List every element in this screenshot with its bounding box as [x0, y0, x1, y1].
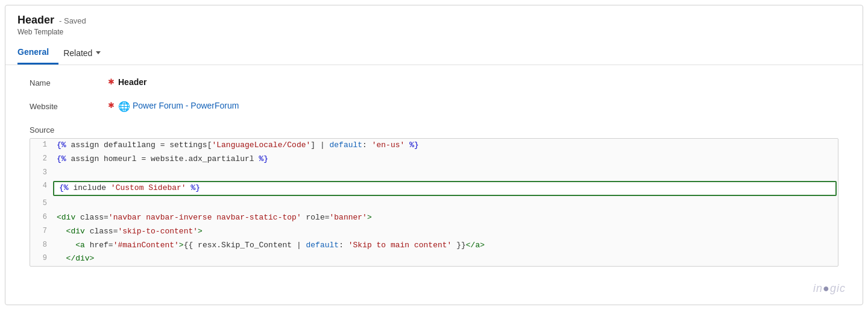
code-line-1: 1 {% assign defaultlang = settings['Lang…	[30, 139, 838, 153]
line-content-4: {% include 'Custom Sidebar' %}	[53, 181, 837, 196]
tabs-row: General Related	[17, 42, 851, 65]
name-required-indicator: ✱	[108, 77, 115, 86]
code-editor[interactable]: 1 {% assign defaultlang = settings['Lang…	[30, 138, 838, 267]
globe-icon: 🌐	[118, 101, 130, 112]
code-line-6: 6 <div class='navbar navbar-inverse navb…	[30, 211, 838, 225]
tab-general[interactable]: General	[17, 42, 58, 65]
website-field-row: Website ✱ 🌐 Power Forum - PowerForum	[30, 101, 838, 112]
line-content-3	[52, 167, 838, 180]
page-saved-label: - Saved	[59, 16, 86, 25]
code-line-7: 7 <div class='skip-to-content'>	[30, 225, 838, 239]
website-link[interactable]: Power Forum - PowerForum	[133, 101, 239, 110]
line-content-6: <div class='navbar navbar-inverse navbar…	[52, 212, 838, 224]
line-content-1: {% assign defaultlang = settings['Langua…	[52, 139, 838, 152]
code-line-8: 8 <a href='#mainContent'>{{ resx.Skip_To…	[30, 239, 838, 253]
code-line-5: 5	[30, 197, 838, 211]
line-num-1: 1	[30, 139, 52, 151]
line-content-7: <div class='skip-to-content'>	[52, 226, 838, 238]
logo-text: in●gic	[813, 282, 846, 294]
line-num-9: 9	[30, 253, 52, 264]
source-section: Source 1 {% assign defaultlang = setting…	[30, 125, 838, 267]
chevron-down-icon	[96, 51, 101, 54]
line-content-8: <a href='#mainContent'>{{ resx.Skip_To_C…	[52, 239, 838, 252]
logo-dot-icon: ●	[823, 282, 830, 294]
line-num-8: 8	[30, 239, 52, 251]
line-num-6: 6	[30, 212, 52, 223]
website-label: Website	[30, 101, 108, 111]
name-label: Name	[30, 77, 108, 87]
page-subtitle: Web Template	[17, 28, 851, 36]
line-num-3: 3	[30, 167, 52, 179]
name-field-row: Name ✱ Header	[30, 77, 838, 87]
source-label: Source	[30, 125, 838, 134]
code-line-3: 3	[30, 166, 838, 180]
line-num-2: 2	[30, 153, 52, 165]
code-line-9: 9 </div>	[30, 252, 838, 266]
line-num-7: 7	[30, 226, 52, 237]
line-num-5: 5	[30, 198, 52, 209]
content-area: Name ✱ Header Website ✱ 🌐 Power Forum - …	[5, 65, 863, 279]
page-title: Header	[17, 14, 54, 27]
code-line-4: 4 {% include 'Custom Sidebar' %}	[30, 180, 838, 197]
logo: in●gic	[813, 282, 846, 295]
tab-related[interactable]: Related	[63, 43, 101, 64]
line-content-9: </div>	[52, 253, 838, 265]
line-content-2: {% assign homeurl = website.adx_partialu…	[52, 153, 838, 166]
page-header: Header - Saved Web Template General Rela…	[5, 5, 863, 65]
line-content-5	[52, 198, 838, 210]
tab-related-label: Related	[63, 48, 92, 58]
name-value: Header	[118, 77, 146, 87]
website-required-indicator: ✱	[108, 101, 115, 110]
line-num-4: 4	[30, 180, 52, 192]
code-line-2: 2 {% assign homeurl = website.adx_partia…	[30, 153, 838, 166]
